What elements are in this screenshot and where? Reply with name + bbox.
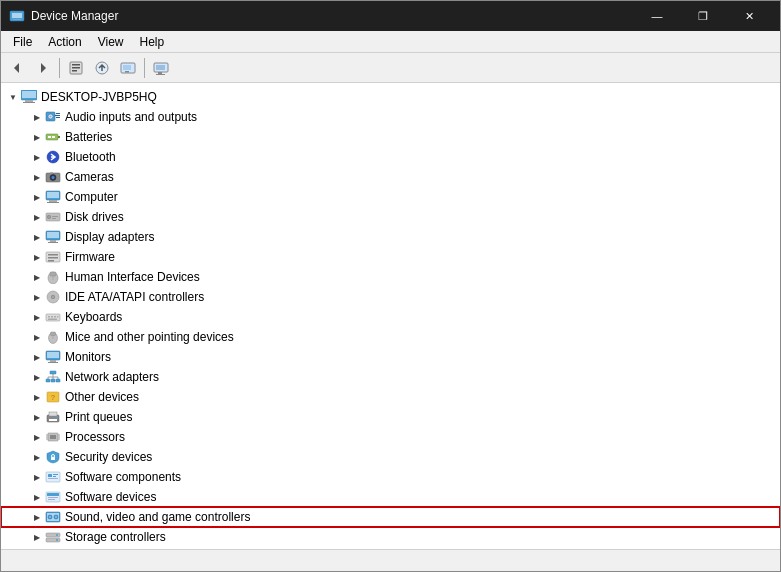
ide-label: IDE ATA/ATAPI controllers — [65, 290, 204, 304]
hid-expand-icon[interactable]: ▶ — [29, 269, 45, 285]
cameras-expand-icon[interactable]: ▶ — [29, 169, 45, 185]
sound-expand-icon[interactable]: ▶ — [29, 509, 45, 525]
maximize-button[interactable]: ❐ — [680, 1, 726, 31]
storage-expand-icon[interactable]: ▶ — [29, 529, 45, 545]
properties-button[interactable] — [64, 56, 88, 80]
tree-item-display[interactable]: ▶ Display adapters — [1, 227, 780, 247]
network-expand-icon[interactable]: ▶ — [29, 369, 45, 385]
svg-rect-35 — [50, 172, 53, 174]
mice-label: Mice and other pointing devices — [65, 330, 234, 344]
tree-item-bluetooth[interactable]: ▶ Bluetooth — [1, 147, 780, 167]
toolbar-separator-1 — [59, 58, 60, 78]
firmware-expand-icon[interactable]: ▶ — [29, 249, 45, 265]
security-expand-icon[interactable]: ▶ — [29, 449, 45, 465]
tree-item-monitors[interactable]: ▶ Monitors — [1, 347, 780, 367]
svg-rect-26 — [56, 117, 60, 118]
tree-item-audio[interactable]: ▶ Audio inputs and outputs — [1, 107, 780, 127]
tree-item-cameras[interactable]: ▶ Cameras — [1, 167, 780, 187]
svg-rect-66 — [51, 332, 56, 336]
close-button[interactable]: ✕ — [726, 1, 772, 31]
computer-expand-icon[interactable]: ▶ — [29, 189, 45, 205]
bluetooth-label: Bluetooth — [65, 150, 116, 164]
tree-item-processors[interactable]: ▶ Processors — [1, 427, 780, 447]
device-manager-window: Device Manager — ❐ ✕ File Action View He… — [0, 0, 781, 572]
svg-rect-43 — [52, 216, 58, 217]
svg-point-114 — [56, 534, 58, 536]
tree-item-print[interactable]: ▶ Print queues — [1, 407, 780, 427]
tree-item-other[interactable]: ▶ ? Other devices — [1, 387, 780, 407]
scan-hardware-button[interactable] — [116, 56, 140, 80]
svg-rect-19 — [25, 100, 33, 102]
minimize-button[interactable]: — — [634, 1, 680, 31]
svg-rect-100 — [53, 476, 56, 477]
tree-item-computer[interactable]: ▶ Computer — [1, 187, 780, 207]
display-expand-icon[interactable]: ▶ — [29, 229, 45, 245]
svg-rect-62 — [54, 316, 56, 318]
swdev-expand-icon[interactable]: ▶ — [29, 489, 45, 505]
menu-view[interactable]: View — [90, 33, 132, 51]
swcomp-expand-icon[interactable]: ▶ — [29, 469, 45, 485]
svg-rect-85 — [49, 419, 57, 421]
tree-item-keyboards[interactable]: ▶ Keyboards — [1, 307, 780, 327]
tree-root-item[interactable]: ▼ DESKTOP-JVBP5HQ — [1, 87, 780, 107]
hid-icon — [45, 269, 61, 285]
window-icon — [9, 8, 25, 24]
tree-item-sound[interactable]: ▶ Sound, video and game controllers — [1, 507, 780, 527]
tree-item-mice[interactable]: ▶ Mice and other pointing devices — [1, 327, 780, 347]
device-tree: ▼ DESKTOP-JVBP5HQ ▶ — [1, 87, 780, 549]
menu-help[interactable]: Help — [132, 33, 173, 51]
swdev-icon — [45, 489, 61, 505]
monitors-icon — [45, 349, 61, 365]
update-driver-button[interactable] — [90, 56, 114, 80]
processors-expand-icon[interactable]: ▶ — [29, 429, 45, 445]
svg-rect-39 — [47, 202, 59, 203]
batteries-expand-icon[interactable]: ▶ — [29, 129, 45, 145]
menu-file[interactable]: File — [5, 33, 40, 51]
svg-rect-104 — [48, 497, 58, 498]
audio-expand-icon[interactable]: ▶ — [29, 109, 45, 125]
toolbar-separator-2 — [144, 58, 145, 78]
svg-rect-54 — [50, 272, 56, 276]
print-expand-icon[interactable]: ▶ — [29, 409, 45, 425]
tree-view[interactable]: ▼ DESKTOP-JVBP5HQ ▶ — [1, 83, 780, 549]
monitors-expand-icon[interactable]: ▶ — [29, 349, 45, 365]
disk-icon — [45, 209, 61, 225]
status-bar — [1, 549, 780, 571]
tree-item-batteries[interactable]: ▶ Batteries — [1, 127, 780, 147]
show-all-devices-button[interactable] — [149, 56, 173, 80]
root-expand-icon[interactable]: ▼ — [5, 89, 21, 105]
svg-rect-70 — [50, 360, 56, 362]
svg-rect-48 — [48, 242, 58, 243]
ide-expand-icon[interactable]: ▶ — [29, 289, 45, 305]
tree-item-hid[interactable]: ▶ Human Interface Devices — [1, 267, 780, 287]
tree-item-security[interactable]: ▶ Security devices — [1, 447, 780, 467]
tree-item-swcomp[interactable]: ▶ Software components — [1, 467, 780, 487]
forward-button[interactable] — [31, 56, 55, 80]
computer-label: Computer — [65, 190, 118, 204]
tree-item-firmware[interactable]: ▶ Firmware — [1, 247, 780, 267]
svg-rect-99 — [53, 474, 58, 475]
back-button[interactable] — [5, 56, 29, 80]
swcomp-label: Software components — [65, 470, 181, 484]
other-label: Other devices — [65, 390, 139, 404]
tree-item-swdev[interactable]: ▶ Software devices — [1, 487, 780, 507]
window-title: Device Manager — [31, 9, 634, 23]
menu-bar: File Action View Help — [1, 31, 780, 53]
other-expand-icon[interactable]: ▶ — [29, 389, 45, 405]
mice-expand-icon[interactable]: ▶ — [29, 329, 45, 345]
menu-action[interactable]: Action — [40, 33, 89, 51]
tree-item-disk[interactable]: ▶ Disk drives — [1, 207, 780, 227]
bluetooth-expand-icon[interactable]: ▶ — [29, 149, 45, 165]
svg-rect-105 — [48, 499, 55, 500]
tree-item-ide[interactable]: ▶ IDE ATA/ATAPI controllers — [1, 287, 780, 307]
keyboards-expand-icon[interactable]: ▶ — [29, 309, 45, 325]
tree-item-network[interactable]: ▶ Network adapters — [1, 367, 780, 387]
print-icon — [45, 409, 61, 425]
network-label: Network adapters — [65, 370, 159, 384]
swcomp-icon — [45, 469, 61, 485]
tree-item-storage[interactable]: ▶ Storage controllers — [1, 527, 780, 547]
print-label: Print queues — [65, 410, 132, 424]
svg-rect-60 — [48, 316, 50, 318]
svg-rect-74 — [51, 379, 55, 382]
disk-expand-icon[interactable]: ▶ — [29, 209, 45, 225]
